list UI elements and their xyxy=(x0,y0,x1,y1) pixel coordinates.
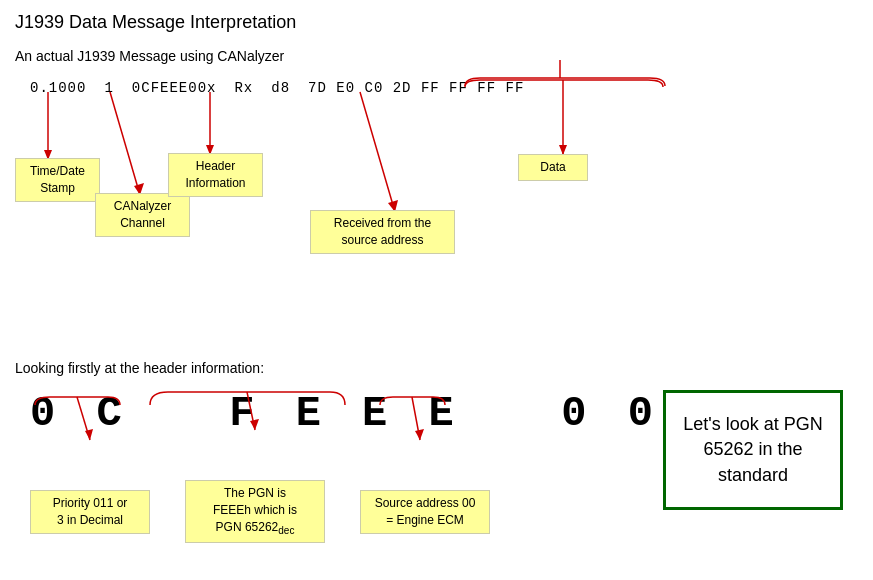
subtitle: An actual J1939 Message using CANalyzer xyxy=(15,48,284,64)
label-canalyzer-channel: CANalyzerChannel xyxy=(95,193,190,237)
msg-data: 7D E0 C0 2D FF FF FF FF xyxy=(308,80,524,96)
section-header: Looking firstly at the header informatio… xyxy=(15,360,264,376)
svg-line-2 xyxy=(110,92,140,195)
msg-channel: 1 xyxy=(104,80,113,96)
svg-line-6 xyxy=(360,92,395,212)
pgn-ref-box: Let's look at PGN 65262 in the standard xyxy=(663,390,843,510)
label-priority: Priority 011 or3 in Decimal xyxy=(30,490,150,534)
msg-header: 0CFEEE00x xyxy=(132,80,217,96)
msg-direction: Rx xyxy=(234,80,253,96)
label-source-address: Source address 00= Engine ECM xyxy=(360,490,490,534)
label-data: Data xyxy=(518,154,588,181)
msg-dlc: d8 xyxy=(271,80,290,96)
message-line: 0.1000 1 0CFEEE00x Rx d8 7D E0 C0 2D FF … xyxy=(30,80,542,96)
header-code: 0 C F E E E 0 0 xyxy=(30,390,661,438)
msg-timestamp: 0.1000 xyxy=(30,80,86,96)
label-pgn: The PGN isFEEEh which isPGN 65262dec xyxy=(185,480,325,543)
label-received-from: Received from thesource address xyxy=(310,210,455,254)
label-time-date: Time/DateStamp xyxy=(15,158,100,202)
label-header-info: HeaderInformation xyxy=(168,153,263,197)
page-title: J1939 Data Message Interpretation xyxy=(15,12,296,33)
